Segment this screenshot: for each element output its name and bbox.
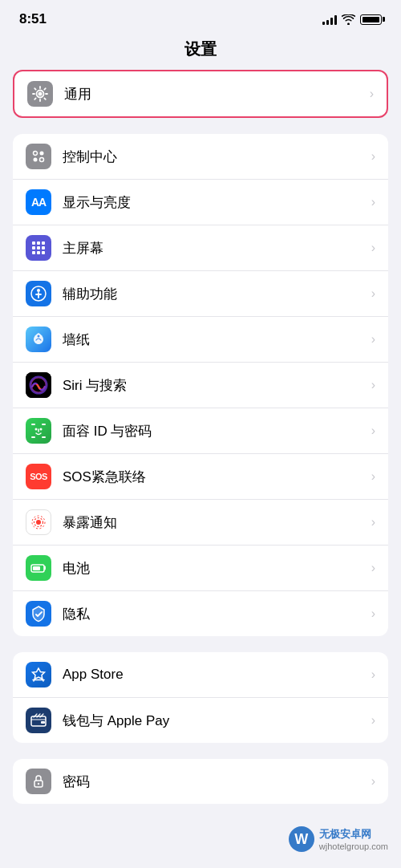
control-center-label: 控制中心 bbox=[63, 148, 371, 166]
svg-point-25 bbox=[40, 428, 43, 431]
settings-item-accessibility[interactable]: 辅助功能 › bbox=[13, 271, 388, 317]
status-bar: 8:51 bbox=[0, 0, 401, 34]
settings-item-exposure[interactable]: 暴露通知 › bbox=[13, 500, 388, 546]
watermark-logo: W bbox=[289, 826, 314, 852]
privacy-icon bbox=[26, 601, 51, 627]
page-title: 设置 bbox=[0, 34, 401, 70]
passwords-chevron: › bbox=[371, 774, 375, 789]
general-icon bbox=[27, 81, 53, 107]
home-screen-chevron: › bbox=[371, 241, 375, 255]
battery-status-icon bbox=[360, 14, 382, 25]
svg-rect-31 bbox=[33, 566, 40, 570]
face-id-chevron: › bbox=[371, 424, 375, 438]
svg-rect-20 bbox=[31, 424, 35, 425]
app-store-chevron: › bbox=[371, 667, 375, 682]
svg-point-0 bbox=[38, 92, 43, 96]
wifi-icon bbox=[342, 14, 355, 25]
display-icon: AA bbox=[26, 189, 51, 215]
face-id-label: 面容 ID 与密码 bbox=[63, 422, 371, 440]
home-screen-icon bbox=[26, 235, 51, 261]
wallpaper-icon bbox=[26, 327, 51, 352]
svg-rect-8 bbox=[42, 241, 45, 245]
watermark-name: 无极安卓网 bbox=[319, 827, 388, 842]
settings-item-app-store[interactable]: App Store › bbox=[13, 652, 388, 698]
general-label: 通用 bbox=[64, 85, 370, 103]
sos-icon: SOS bbox=[26, 464, 51, 489]
siri-icon bbox=[26, 372, 51, 398]
main-settings-section: 控制中心 › AA 显示与亮度 › 主屏幕 › bbox=[13, 134, 388, 636]
settings-item-siri[interactable]: Siri 与搜索 › bbox=[13, 363, 388, 408]
wallpaper-label: 墙纸 bbox=[63, 331, 371, 349]
settings-item-display[interactable]: AA 显示与亮度 › bbox=[13, 180, 388, 225]
svg-point-24 bbox=[35, 428, 38, 431]
svg-rect-9 bbox=[32, 246, 35, 249]
display-label: 显示与亮度 bbox=[63, 193, 371, 212]
watermark-text-container: 无极安卓网 wjhotelgroup.com bbox=[319, 827, 388, 851]
svg-rect-23 bbox=[42, 436, 46, 438]
svg-rect-12 bbox=[32, 251, 35, 254]
settings-item-privacy[interactable]: 隐私 › bbox=[13, 591, 388, 636]
apps-section: App Store › 钱包与 Apple Pay › bbox=[13, 652, 388, 743]
settings-item-passwords[interactable]: 密码 › bbox=[13, 759, 388, 804]
settings-item-home-screen[interactable]: 主屏幕 › bbox=[13, 225, 388, 271]
svg-point-27 bbox=[36, 520, 41, 525]
settings-item-control-center[interactable]: 控制中心 › bbox=[13, 134, 388, 180]
status-icons bbox=[322, 14, 382, 25]
sos-label: SOS紧急联络 bbox=[63, 468, 371, 486]
svg-rect-22 bbox=[31, 436, 35, 438]
siri-chevron: › bbox=[371, 378, 375, 392]
svg-point-4 bbox=[34, 158, 38, 162]
control-center-icon bbox=[26, 144, 51, 169]
svg-point-16 bbox=[37, 289, 40, 292]
wallet-icon bbox=[26, 708, 51, 733]
signal-icon bbox=[322, 14, 337, 25]
svg-point-5 bbox=[40, 158, 44, 162]
password-section: 密码 › bbox=[13, 759, 388, 804]
svg-point-3 bbox=[40, 152, 44, 156]
svg-point-2 bbox=[34, 152, 38, 156]
svg-rect-10 bbox=[37, 246, 40, 249]
app-store-icon bbox=[26, 662, 51, 688]
accessibility-icon bbox=[26, 281, 51, 306]
general-chevron: › bbox=[370, 87, 374, 101]
settings-item-face-id[interactable]: 面容 ID 与密码 › bbox=[13, 408, 388, 454]
home-screen-label: 主屏幕 bbox=[63, 239, 371, 258]
passwords-label: 密码 bbox=[63, 773, 371, 791]
settings-item-wallpaper[interactable]: 墙纸 › bbox=[13, 317, 388, 363]
watermark: W 无极安卓网 wjhotelgroup.com bbox=[289, 826, 388, 852]
status-time: 8:51 bbox=[19, 11, 47, 27]
control-center-chevron: › bbox=[371, 149, 375, 164]
svg-rect-7 bbox=[37, 241, 40, 245]
svg-point-17 bbox=[38, 335, 40, 338]
privacy-chevron: › bbox=[371, 606, 375, 621]
battery-chevron: › bbox=[371, 561, 375, 575]
siri-label: Siri 与搜索 bbox=[63, 376, 371, 395]
settings-item-battery[interactable]: 电池 › bbox=[13, 546, 388, 591]
svg-rect-6 bbox=[32, 241, 35, 245]
settings-item-wallet[interactable]: 钱包与 Apple Pay › bbox=[13, 698, 388, 743]
svg-rect-21 bbox=[42, 424, 46, 425]
display-chevron: › bbox=[371, 195, 375, 209]
general-section: 通用 › bbox=[13, 70, 388, 118]
privacy-label: 隐私 bbox=[63, 605, 371, 623]
exposure-icon bbox=[26, 509, 51, 535]
svg-rect-14 bbox=[42, 251, 45, 254]
exposure-chevron: › bbox=[371, 515, 375, 529]
settings-item-general[interactable]: 通用 › bbox=[14, 71, 387, 116]
svg-rect-33 bbox=[41, 721, 45, 724]
wallet-chevron: › bbox=[371, 713, 375, 728]
svg-point-35 bbox=[38, 783, 39, 785]
accessibility-label: 辅助功能 bbox=[63, 285, 371, 303]
sos-chevron: › bbox=[371, 469, 375, 484]
passwords-icon bbox=[26, 769, 51, 794]
wallpaper-chevron: › bbox=[371, 332, 375, 347]
battery-icon bbox=[26, 555, 51, 581]
exposure-label: 暴露通知 bbox=[63, 513, 371, 532]
face-id-icon bbox=[26, 418, 51, 444]
svg-rect-13 bbox=[37, 251, 40, 254]
battery-label: 电池 bbox=[63, 559, 371, 578]
wallet-label: 钱包与 Apple Pay bbox=[63, 712, 371, 730]
svg-rect-11 bbox=[42, 246, 45, 249]
settings-item-sos[interactable]: SOS SOS紧急联络 › bbox=[13, 454, 388, 500]
app-store-label: App Store bbox=[63, 667, 371, 683]
